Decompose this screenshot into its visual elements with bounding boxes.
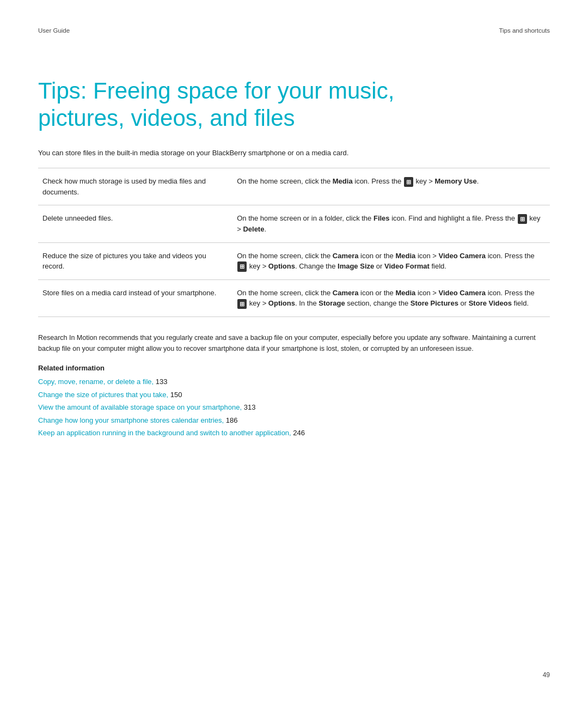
list-item: Change the size of pictures that you tak… — [38, 389, 550, 400]
table-cell-instruction: On the home screen, click the Camera ico… — [232, 279, 550, 317]
list-item: Copy, move, rename, or delete a file, 13… — [38, 376, 550, 387]
related-links-list: Copy, move, rename, or delete a file, 13… — [38, 376, 550, 439]
table-row: Store files on a media card instead of y… — [38, 279, 550, 317]
footer-text: Research In Motion recommends that you r… — [38, 332, 550, 354]
header-left: User Guide — [38, 27, 70, 34]
table-cell-action: Reduce the size of pictures you take and… — [38, 242, 232, 279]
page-number: 49 — [543, 671, 550, 679]
table-row: Reduce the size of pictures you take and… — [38, 242, 550, 279]
table-cell-instruction: On the home screen, click the Media icon… — [232, 168, 550, 205]
table-cell-action: Delete unneeded files. — [38, 205, 232, 242]
header-right: Tips and shortcuts — [499, 27, 550, 34]
table-cell-action: Check how much storage is used by media … — [38, 168, 232, 205]
table-row: Delete unneeded files.On the home screen… — [38, 205, 550, 242]
list-item: Change how long your smartphone stores c… — [38, 415, 550, 426]
related-link[interactable]: Copy, move, rename, or delete a file, — [38, 378, 154, 386]
list-item: View the amount of available storage spa… — [38, 402, 550, 413]
table-cell-instruction: On the home screen or in a folder, click… — [232, 205, 550, 242]
related-link[interactable]: View the amount of available storage spa… — [38, 403, 242, 411]
related-info-title: Related information — [38, 364, 550, 372]
page-title: Tips: Freeing space for your music, pict… — [38, 77, 419, 132]
related-info: Related information Copy, move, rename, … — [38, 364, 550, 439]
related-link[interactable]: Change the size of pictures that you tak… — [38, 391, 168, 399]
intro-text: You can store files in the built-in medi… — [38, 148, 550, 159]
related-link[interactable]: Keep an application running in the backg… — [38, 429, 291, 437]
related-link[interactable]: Change how long your smartphone stores c… — [38, 416, 224, 424]
table-row: Check how much storage is used by media … — [38, 168, 550, 205]
table-cell-instruction: On the home screen, click the Camera ico… — [232, 242, 550, 279]
tips-table: Check how much storage is used by media … — [38, 168, 550, 317]
list-item: Keep an application running in the backg… — [38, 428, 550, 439]
table-cell-action: Store files on a media card instead of y… — [38, 279, 232, 317]
